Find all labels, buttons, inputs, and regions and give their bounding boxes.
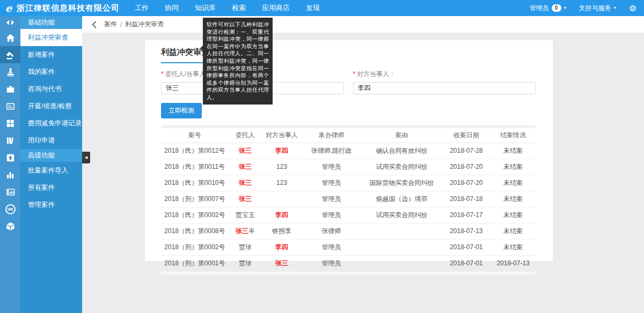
sidebar-menu-item[interactable]: 用印申请 — [20, 132, 82, 149]
topbar-nav-item[interactable]: 工作 — [135, 3, 149, 13]
upload-box-icon[interactable] — [0, 149, 20, 166]
topbar-nav-item[interactable]: 知识库 — [195, 3, 216, 13]
sidebar-menu-item[interactable]: 开庭/侦查/检察 — [20, 98, 82, 115]
breadcrumb-section[interactable]: 案件 — [104, 20, 117, 29]
caret-down-icon: ▾ — [564, 5, 566, 11]
sidebar-collapse-arrows-icon[interactable] — [0, 16, 20, 29]
cell-close-status: 2018-07-13 — [491, 255, 536, 271]
cell-lawyer: 管理员 — [302, 207, 362, 223]
collapse-arrow-icon: ◀ — [85, 155, 87, 160]
id-card-icon[interactable] — [0, 98, 20, 115]
cell-close-status: 未结案 — [491, 175, 536, 191]
icon-sidebar: HR — [0, 16, 20, 313]
sidebar-menu-item[interactable]: 咨询与代书 — [20, 80, 82, 98]
main-area: 案件 / 利益冲突审查 利益冲突审查! *委托人/当事人： *对方当事人： — [82, 16, 644, 313]
notification-badge: 0 — [552, 4, 561, 12]
briefcase-icon[interactable] — [0, 80, 20, 98]
table-row: 2018（民）第0012号 张三 李四 张律师,陈行政 确认合同有效纠纷 201… — [161, 143, 536, 159]
cell-opponent: 123 — [262, 159, 301, 175]
company-title: 浙江律联信息科技有限公司 — [17, 3, 120, 13]
sidebar-menu-item[interactable]: 所有案件 — [20, 179, 82, 196]
cell-client: 贾宝玉 — [229, 207, 262, 223]
cell-cause — [361, 223, 442, 239]
bar-chart-icon[interactable] — [0, 166, 20, 183]
app-grid-icon[interactable] — [0, 115, 20, 132]
opponent-field-label: *对方当事人： — [353, 70, 536, 79]
topbar-nav-item[interactable]: 发现 — [306, 3, 320, 13]
cell-case-no: 2018（刑）第0001号 — [161, 255, 229, 271]
cell-close-status: 未结案 — [491, 143, 536, 159]
books-icon[interactable] — [0, 132, 20, 149]
cell-client: 张三 — [229, 143, 262, 159]
column-header: 收案日期 — [442, 128, 491, 143]
cell-case-no: 2018（刑）第0007号 — [161, 191, 229, 207]
cell-lawyer: 张律师,陈行政 — [302, 143, 362, 159]
sidebar-section-basic: 基础功能 — [20, 16, 82, 29]
required-asterisk: * — [161, 70, 164, 78]
column-header: 案由 — [361, 128, 442, 143]
cell-start-date: 2018-07-18 — [442, 191, 491, 207]
support-menu-label: 支持与服务 — [579, 4, 611, 13]
cell-lawyer: 管理员 — [302, 175, 362, 191]
user-menu-label: 管理员 — [530, 4, 549, 13]
table-row: 2018（刑）第0001号 贾珍 张三 管理员 2018-07-01 2018-… — [161, 255, 536, 271]
topbar-nav-item[interactable]: 检索 — [232, 3, 246, 13]
package-cube-icon[interactable] — [0, 218, 20, 235]
breadcrumb-current: 利益冲突审查 — [125, 20, 164, 29]
sidebar-menu-item[interactable]: 我的案件 — [20, 63, 82, 80]
stamp-icon[interactable] — [0, 63, 20, 80]
topbar-right: 管理员 0 ▾ 支持与服务 ▾ ⚙ — [530, 3, 636, 13]
cell-close-status: 未结案 — [491, 223, 536, 239]
tooltip-arrow-icon — [200, 46, 203, 51]
support-menu[interactable]: 支持与服务 ▾ — [579, 4, 616, 13]
sidebar-group-advanced: 批量案件导入所有案件管理案件 — [20, 162, 82, 213]
back-icon[interactable] — [92, 21, 97, 28]
cell-opponent: 李四 — [262, 143, 301, 159]
caret-down-icon: ▾ — [614, 5, 616, 11]
cell-client: 贾珍 — [229, 239, 262, 255]
cell-cause — [361, 255, 442, 271]
home-icon[interactable] — [0, 29, 20, 46]
cell-case-no: 2018（民）第0002号 — [161, 207, 229, 223]
gavel-icon[interactable] — [0, 46, 20, 63]
sidebar-menu-item[interactable]: 新增案件 — [20, 46, 82, 63]
cell-cause — [361, 239, 442, 255]
tooltip-text: 软件可对以下几种利益冲突进行检测：一、双重代理型利益冲突，同一律师在同一案件中为… — [207, 21, 269, 100]
cell-close-status: 未结案 — [491, 159, 536, 175]
cell-close-status: 未结案 — [491, 191, 536, 207]
cell-start-date: 2018-07-20 — [442, 175, 491, 191]
cell-start-date: 2018-07-20 — [442, 159, 491, 175]
cell-case-no: 2018（民）第0010号 — [161, 175, 229, 191]
cell-client: 贾珍 — [229, 255, 262, 271]
sidebar-menu-item[interactable]: 利益冲突审查 — [20, 29, 82, 46]
sidebar-collapse-tab[interactable]: ◀ — [82, 152, 90, 163]
table-body: 2018（民）第0012号 张三 李四 张律师,陈行政 确认合同有效纠纷 201… — [161, 143, 536, 271]
sidebar-section-advanced: 高级功能 — [20, 149, 82, 162]
topbar-nav-item[interactable]: 应用商店 — [262, 3, 290, 13]
breadcrumb: 案件 / 利益冲突审查 — [82, 16, 644, 33]
gear-icon[interactable]: ⚙ — [629, 3, 636, 13]
sidebar-menu-item[interactable]: 费用减免申请记录 — [20, 115, 82, 132]
cell-opponent: 李四 — [262, 207, 301, 223]
cell-case-no: 2018（民）第0008号 — [161, 223, 229, 239]
sidebar-menu-item[interactable]: 批量案件导入 — [20, 162, 82, 179]
breadcrumb-separator: / — [120, 21, 122, 28]
table-row: 2018（刑）第0002号 贾珍 李四 管理员 2018-07-01 未结案 — [161, 239, 536, 255]
topbar-nav-item[interactable]: 协同 — [165, 3, 179, 13]
check-now-button[interactable]: 立即检测 — [161, 103, 202, 118]
sidebar-group-basic: 利益冲突审查新增案件我的案件咨询与代书开庭/侦查/检察费用减免申请记录用印申请 — [20, 29, 82, 149]
cell-close-status: 未结案 — [491, 239, 536, 255]
required-asterisk: * — [353, 70, 356, 78]
report-board-icon[interactable] — [0, 183, 20, 200]
sidebar-menu-item[interactable]: 管理案件 — [20, 196, 82, 213]
table-row: 2018（民）第0008号 张三丰 铁拐李 张律师 2018-07-13 未结案 — [161, 223, 536, 239]
sidebar-menu: 基础功能 利益冲突审查新增案件我的案件咨询与代书开庭/侦查/检察费用减免申请记录… — [20, 16, 82, 313]
table-row: 2018（民）第0011号 张三 123 管理员 试用买卖合同纠纷 2018-0… — [161, 159, 536, 175]
topbar-nav: 工作协同知识库检索应用商店发现 — [135, 3, 320, 13]
opponent-input[interactable] — [353, 82, 536, 94]
cell-start-date: 2018-07-17 — [442, 207, 491, 223]
table-row: 2018（民）第0010号 张三 123 管理员 国际货物买卖合同纠纷 2018… — [161, 175, 536, 191]
user-menu[interactable]: 管理员 0 ▾ — [530, 4, 566, 13]
hr-badge-icon[interactable]: HR — [0, 200, 20, 218]
results-table: 案号委托人对方当事人承办律师案由收案日期结案情况 2018（民）第0012号 张… — [161, 128, 536, 272]
